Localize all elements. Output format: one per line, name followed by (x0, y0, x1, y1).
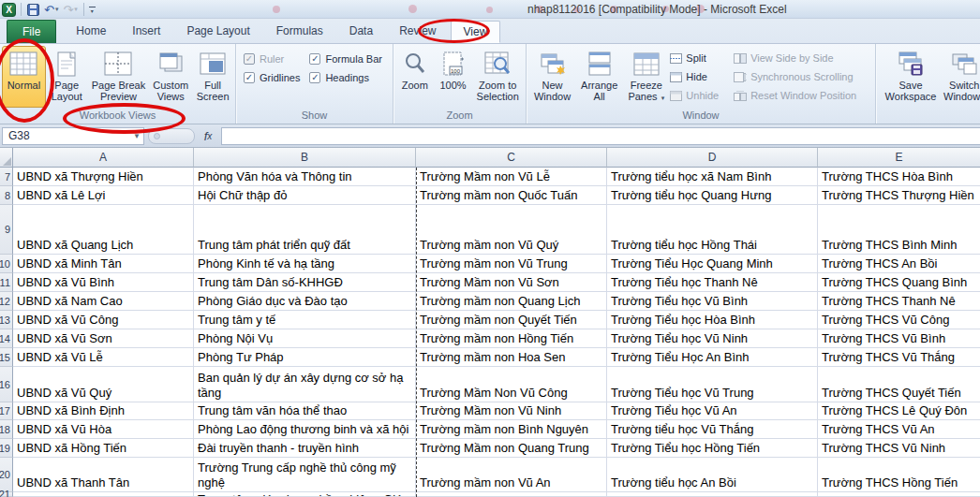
cell-B13[interactable]: Trung tâm y tế (194, 311, 416, 329)
cell-B9[interactable]: Trung tâm phát triển quỹ đất (194, 205, 416, 255)
cell-E21[interactable] (818, 492, 980, 497)
cell-E15[interactable]: Trường THCS Vũ Thắng (818, 348, 980, 367)
column-header-A[interactable]: A (13, 148, 194, 168)
cell-B11[interactable]: Trung tâm Dân số-KHHGĐ (194, 273, 416, 292)
name-box-dropdown-arrow-icon[interactable]: ▼ (133, 132, 141, 140)
full-screen-button[interactable]: Full Screen (192, 46, 233, 108)
cell-C10[interactable]: Trường mầm non Vũ Trung (416, 255, 607, 273)
column-header-D[interactable]: D (607, 148, 818, 168)
row-header-7[interactable]: 7 (0, 168, 13, 186)
cell-C18[interactable]: Trường mầm non Bình Nguyên (416, 420, 607, 439)
formula-bar-checkbox[interactable]: ✓ Formula Bar (309, 53, 382, 65)
row-header-9[interactable]: 9 (0, 205, 13, 255)
cell-C13[interactable]: Trường mầm non Quyết Tiến (416, 311, 607, 329)
cell-D13[interactable]: Trường Tiểu học Hòa Bình (607, 311, 818, 329)
cell-A16[interactable]: UBND xã Vũ Quý (13, 367, 194, 402)
tab-formulas[interactable]: Formulas (264, 21, 335, 43)
column-header-E[interactable]: E (818, 148, 980, 168)
hide-button[interactable]: Hide (670, 68, 725, 85)
cell-B15[interactable]: Phòng Tư Pháp (194, 348, 416, 367)
zoom-100-button[interactable]: 100 100% (435, 46, 472, 108)
cell-E12[interactable]: Trường THCS Thanh Nê (818, 292, 980, 311)
cell-B21[interactable]: Trung tâm giáo dục nghề nghiệp - Giáo (194, 492, 416, 497)
cell-D21[interactable] (607, 492, 818, 497)
tab-home[interactable]: Home (64, 21, 118, 43)
cell-D19[interactable]: Trường Tiểu học Hồng Tiến (607, 439, 818, 458)
row-header-12[interactable]: 12 (0, 292, 13, 311)
tab-review[interactable]: Review (387, 21, 448, 43)
cell-E7[interactable]: Trường THCS Hòa Bình (818, 168, 980, 186)
cell-E14[interactable]: Trường THCS Vũ Bình (818, 329, 980, 348)
row-header-10[interactable]: 10 (0, 255, 13, 273)
cell-C15[interactable]: Trường mầm non Hoa Sen (416, 348, 607, 367)
cell-E9[interactable]: Trường THCS Bình Minh (818, 205, 980, 255)
cell-A18[interactable]: UBND xã Vũ Hòa (13, 420, 194, 439)
cell-A21[interactable] (13, 492, 194, 497)
cell-C17[interactable]: Trường Mầm non Vũ Ninh (416, 402, 607, 420)
cell-E11[interactable]: Trường THCS Quang Bình (818, 273, 980, 292)
undo-dropdown-arrow-icon[interactable]: ▾ (55, 6, 59, 13)
cell-D16[interactable]: Trường Tiểu học Vũ Trung (607, 367, 818, 402)
switch-windows-button[interactable]: Switch Windows (940, 46, 980, 108)
name-box[interactable]: G38 ▼ (2, 127, 144, 145)
tab-data[interactable]: Data (337, 21, 385, 43)
cell-E19[interactable]: Trường THCS Vũ Ninh (818, 439, 980, 458)
cell-E10[interactable]: Trường THCS An Bồi (818, 255, 980, 273)
tab-view[interactable]: View (451, 21, 501, 43)
row-header-14[interactable]: 14 (0, 329, 13, 348)
save-button[interactable] (26, 2, 40, 17)
cell-B12[interactable]: Phòng Giáo dục và Đào tạo (194, 292, 416, 311)
cell-B7[interactable]: Phòng Văn hóa và Thông tin (194, 168, 416, 186)
cell-C11[interactable]: Trường Mầm non Vũ Sơn (416, 273, 607, 292)
cell-E16[interactable]: Trường THCS Quyết Tiến (818, 367, 980, 402)
row-header-13[interactable]: 13 (0, 311, 13, 329)
page-break-preview-button[interactable]: Page Break Preview (88, 46, 150, 108)
cell-A14[interactable]: UBND xã Vũ Sơn (13, 329, 194, 348)
cell-D20[interactable]: Trường tiểu học An Bồi (607, 458, 818, 492)
row-header-19[interactable]: 19 (0, 439, 13, 458)
cell-A7[interactable]: UBND xã Thượng Hiền (13, 168, 194, 186)
cell-B18[interactable]: Phòng Lao động thương binh và xã hội (194, 420, 416, 439)
cell-D7[interactable]: Trường tiểu học xã Nam Bình (607, 168, 818, 186)
cell-D8[interactable]: Trường tiểu học Quang Hưng (607, 186, 818, 205)
new-window-button[interactable]: New Window (528, 46, 576, 108)
row-header-8[interactable]: 8 (0, 186, 13, 205)
cell-A19[interactable]: UBND xã Hồng Tiến (13, 439, 194, 458)
cell-A8[interactable]: UBND xã Lê Lợi (13, 186, 194, 205)
redo-button[interactable]: ↷ ▾ (62, 2, 78, 17)
custom-views-button[interactable]: Custom Views (149, 46, 192, 108)
cell-D14[interactable]: Trường Tiểu học Vũ Ninh (607, 329, 818, 348)
cell-B17[interactable]: Trung tâm văn hóa thể thao (194, 402, 416, 420)
row-header-17[interactable]: 17 (0, 402, 13, 420)
tab-page-layout[interactable]: Page Layout (174, 21, 261, 43)
cell-A13[interactable]: UBND xã Vũ Công (13, 311, 194, 329)
gridlines-checkbox[interactable]: ✓ Gridlines (244, 72, 300, 83)
tab-insert[interactable]: Insert (120, 21, 172, 43)
normal-view-button[interactable]: Normal (2, 46, 46, 108)
page-layout-view-button[interactable]: Page Layout (46, 46, 88, 108)
freeze-panes-dropdown-arrow-icon[interactable]: ▾ (661, 95, 665, 101)
zoom-to-selection-button[interactable]: Zoom to Selection (471, 46, 524, 108)
cell-C19[interactable]: Trường Mầm non Quang Trung (416, 439, 607, 458)
cell-B8[interactable]: Hội Chữ thập đỏ (194, 186, 416, 205)
column-header-B[interactable]: B (194, 148, 416, 168)
formula-input[interactable] (221, 127, 980, 145)
cell-D9[interactable]: Trường tiểu học Hồng Thái (607, 205, 818, 255)
cell-E18[interactable]: Trường THCS Vũ An (818, 420, 980, 439)
cell-B16[interactable]: Ban quản lý dự án xây dựng cơ sở hạ tầng (194, 367, 416, 402)
cell-E17[interactable]: Trường THCS Lê Quý Đôn (818, 402, 980, 420)
cell-A15[interactable]: UBND xã Vũ Lễ (13, 348, 194, 367)
cell-A17[interactable]: UBND xã Bình Định (13, 402, 194, 420)
cell-C20[interactable]: Trường mầm non Vũ An (416, 458, 607, 492)
arrange-all-button[interactable]: Arrange All (576, 46, 622, 108)
cell-C14[interactable]: Trường mầm non Hồng Tiến (416, 329, 607, 348)
cell-E13[interactable]: Trường THCS Vũ Công (818, 311, 980, 329)
cell-C21[interactable] (416, 492, 607, 497)
cell-D12[interactable]: Trường Tiểu học Vũ Bình (607, 292, 818, 311)
cell-E20[interactable]: Trường THCS Hồng Tiến (818, 458, 980, 492)
zoom-button[interactable]: Zoom (395, 46, 435, 108)
split-button[interactable]: Split (670, 50, 725, 66)
cell-D10[interactable]: Trường Tiểu Học Quang Minh (607, 255, 818, 273)
cell-D17[interactable]: Trường Tiểu học Vũ An (607, 402, 818, 420)
undo-button[interactable]: ↶ ▾ (43, 2, 59, 17)
